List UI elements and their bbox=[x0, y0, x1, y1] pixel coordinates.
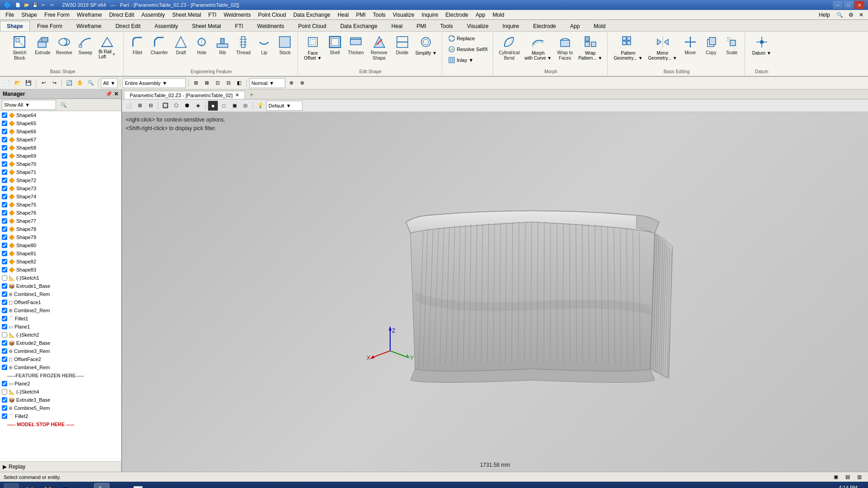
tree-item-FROZEN[interactable]: -----FEATURE FROZEN HERE----- bbox=[0, 371, 121, 380]
tree-checkbox-Shape83[interactable] bbox=[2, 267, 7, 272]
tree-item-Shape81[interactable]: 🔶Shape81 bbox=[0, 249, 121, 258]
tab-mold[interactable]: Mold bbox=[587, 21, 612, 31]
tree-checkbox-Extrude3_Base[interactable] bbox=[2, 397, 7, 403]
tree-item-Shape72[interactable]: 🔶Shape72 bbox=[0, 176, 121, 184]
taskbar-explorer-button[interactable]: 📁 bbox=[22, 483, 37, 488]
new-icon[interactable]: 📄 bbox=[14, 1, 21, 9]
taskbar-firefox-button[interactable]: 🦊 bbox=[40, 483, 55, 488]
inlay-button[interactable]: Inlay ▼ bbox=[446, 55, 476, 65]
toolbar-zoom-button[interactable]: 🔍 bbox=[86, 78, 96, 88]
vp-orient4-button[interactable]: ◈ bbox=[193, 101, 203, 111]
tree-item-Combine3_Rem[interactable]: ⊕Combine3_Rem bbox=[0, 347, 121, 355]
mirror-button[interactable]: MirrorGeometry... ▼ bbox=[646, 33, 679, 62]
menu-assembly[interactable]: Assembly bbox=[138, 11, 169, 19]
menu-heal[interactable]: Heal bbox=[334, 11, 353, 19]
toolbar-redo-button[interactable]: ↪ bbox=[49, 78, 59, 88]
manager-search-button[interactable]: 🔍 bbox=[59, 100, 69, 110]
viewport-tab-close-icon[interactable]: ✕ bbox=[235, 92, 239, 98]
thicken-button[interactable]: Thicken bbox=[346, 33, 366, 57]
redo-icon[interactable]: ↪ bbox=[48, 1, 56, 9]
sketch-block-button[interactable]: Sketch Block bbox=[7, 33, 32, 62]
viewport-add-tab-button[interactable]: + bbox=[246, 90, 257, 99]
tree-checkbox-Shape67[interactable] bbox=[2, 137, 7, 142]
tab-wireframe[interactable]: Wireframe bbox=[70, 21, 108, 31]
datum-button[interactable]: Datum ▼ bbox=[750, 33, 774, 57]
tab-visualize[interactable]: Visualize bbox=[460, 21, 495, 31]
tab-pmi[interactable]: PMI bbox=[410, 21, 433, 31]
tree-item-Shape66[interactable]: 🔶Shape66 bbox=[0, 127, 121, 136]
tab-freeform[interactable]: Free Form bbox=[30, 21, 69, 31]
morph-curve-arrow[interactable]: ▼ bbox=[546, 56, 552, 61]
vp-shade3-button[interactable]: ▣ bbox=[230, 101, 240, 111]
remove-shape-button[interactable]: Remove Shape bbox=[367, 33, 392, 62]
tree-checkbox-Sketch1[interactable] bbox=[2, 275, 7, 281]
tree-item-Shape75[interactable]: 🔶Shape75 bbox=[0, 201, 121, 209]
taskbar-app4-button[interactable]: 📷 bbox=[76, 483, 91, 488]
tree-item-Plane2[interactable]: ▭Plane2 bbox=[0, 380, 121, 388]
replay-section[interactable]: ▶ Replay bbox=[0, 461, 121, 472]
filter-dropdown[interactable]: All ▼ bbox=[101, 78, 118, 88]
fillet-button[interactable]: Fillet bbox=[127, 33, 147, 57]
tab-point-cloud[interactable]: Point Cloud bbox=[292, 21, 333, 31]
tree-item-Shape70[interactable]: 🔶Shape70 bbox=[0, 160, 121, 168]
extrude-button[interactable]: Extrude bbox=[33, 33, 52, 57]
tree-item-Plane1[interactable]: ▭Plane1 bbox=[0, 323, 121, 331]
menu-close-icon[interactable]: ✕ bbox=[856, 11, 866, 19]
taskbar-app7-button[interactable]: 📊 bbox=[130, 483, 146, 488]
tab-tools[interactable]: Tools bbox=[434, 21, 460, 31]
tree-checkbox-Combine3_Rem[interactable] bbox=[2, 348, 7, 354]
menu-inquire[interactable]: Inquire bbox=[418, 11, 442, 19]
tree-checkbox-Combine5_Rem[interactable] bbox=[2, 405, 7, 411]
menu-direct-edit[interactable]: Direct Edit bbox=[105, 11, 137, 19]
tree-item-Shape79[interactable]: 🔶Shape79 bbox=[0, 233, 121, 241]
tree-item-Extrude3_Base[interactable]: 📦Extrude3_Base bbox=[0, 396, 121, 404]
menu-tools[interactable]: Tools bbox=[369, 11, 389, 19]
menu-fti[interactable]: FTI bbox=[205, 11, 220, 19]
wrap-pattern-arrow[interactable]: ▼ bbox=[597, 56, 603, 61]
tree-item-Shape83[interactable]: 🔶Shape83 bbox=[0, 266, 121, 274]
simplify-button[interactable]: Simplify ▼ bbox=[413, 33, 439, 57]
lip-button[interactable]: Lip bbox=[254, 33, 274, 57]
tree-checkbox-Shape65[interactable] bbox=[2, 121, 7, 126]
tree-checkbox-Shape78[interactable] bbox=[2, 226, 7, 232]
tree-item-Shape78[interactable]: 🔶Shape78 bbox=[0, 225, 121, 233]
tree-checkbox-Fillet1[interactable] bbox=[2, 316, 7, 321]
tree-item-Combine5_Rem[interactable]: ⊕Combine5_Rem bbox=[0, 404, 121, 412]
simplify-arrow[interactable]: ▼ bbox=[432, 51, 437, 56]
tree-checkbox-Extrude2_Base[interactable] bbox=[2, 340, 7, 346]
tree-checkbox-Shape69[interactable] bbox=[2, 153, 7, 159]
vp-shade4-button[interactable]: ◎ bbox=[241, 101, 250, 111]
tree-checkbox-Plane1[interactable] bbox=[2, 324, 7, 329]
tree-checkbox-Shape66[interactable] bbox=[2, 129, 7, 134]
bi-rail-loft-arrow[interactable]: ▼ bbox=[112, 52, 116, 56]
tree-item-Combine4_Rem[interactable]: ⊕Combine4_Rem bbox=[0, 363, 121, 371]
chamfer-button[interactable]: Chamfer bbox=[148, 33, 170, 57]
tree-item-Sketch1[interactable]: 📐(-)Sketch1 bbox=[0, 274, 121, 282]
menu-search-icon[interactable]: 🔍 bbox=[834, 11, 846, 19]
save-icon[interactable]: 💾 bbox=[31, 1, 38, 9]
tree-item-Fillet2[interactable]: ⌒Fillet2 bbox=[0, 412, 121, 420]
face-offset-button[interactable]: FaceOffset ▼ bbox=[302, 33, 324, 62]
tree-checkbox-Shape64[interactable] bbox=[2, 113, 7, 118]
tree-checkbox-OffsetFace2[interactable] bbox=[2, 357, 7, 362]
vp-view1-button[interactable]: ⬜ bbox=[124, 101, 134, 111]
toolbar-ref1[interactable]: ⊕ bbox=[286, 78, 296, 88]
tree-checkbox-Extrude1_Base[interactable] bbox=[2, 283, 7, 289]
shell-button[interactable]: Shell bbox=[325, 33, 345, 57]
vp-view3-button[interactable]: ⊟ bbox=[146, 101, 156, 111]
assembly-dropdown[interactable]: Entire Assembly ▼ bbox=[123, 78, 186, 88]
tree-item-Extrude1_Base[interactable]: 📦Extrude1_Base bbox=[0, 282, 121, 290]
vp-orient1-button[interactable]: 🔲 bbox=[160, 101, 170, 111]
taskbar-calc-button[interactable]: 🖩 bbox=[58, 483, 73, 488]
status-view1-button[interactable]: ▣ bbox=[831, 472, 841, 482]
tree-checkbox-Shape75[interactable] bbox=[2, 202, 7, 207]
thread-button[interactable]: Thread bbox=[233, 33, 253, 57]
tree-item-Shape76[interactable]: 🔶Shape76 bbox=[0, 209, 121, 217]
mode-dropdown[interactable]: Normal ▼ bbox=[249, 78, 285, 88]
revolve-button[interactable]: Revolve bbox=[54, 33, 75, 57]
toolbar-new-button[interactable]: 📄 bbox=[2, 78, 12, 88]
menu-pmi[interactable]: PMI bbox=[352, 11, 369, 19]
minimize-button[interactable]: ─ bbox=[833, 1, 843, 9]
tree-item-Shape69[interactable]: 🔶Shape69 bbox=[0, 152, 121, 160]
tree-item-Extrude2_Base[interactable]: 📦Extrude2_Base bbox=[0, 339, 121, 347]
